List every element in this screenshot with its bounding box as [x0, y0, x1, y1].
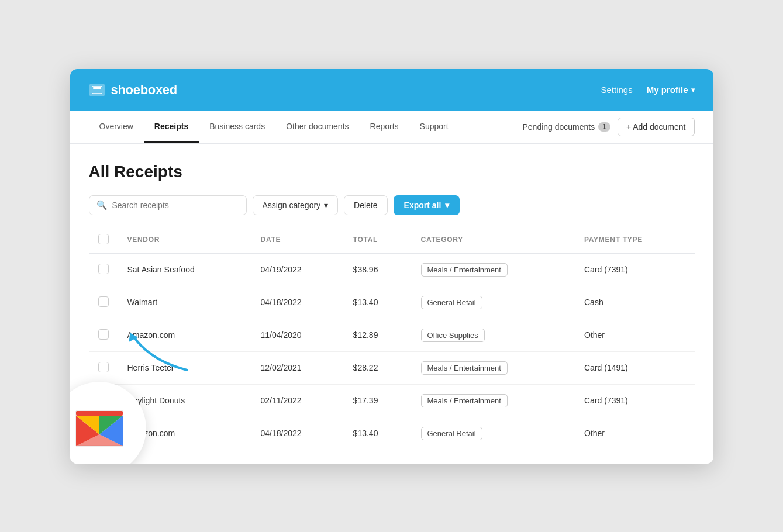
- profile-chevron-icon: ▾: [691, 86, 695, 94]
- payment-cell: Card (7391): [575, 384, 695, 417]
- date-header: DATE: [251, 227, 344, 254]
- assign-label: Assign category: [263, 201, 321, 210]
- row-checkbox[interactable]: [98, 296, 109, 307]
- category-cell: Meals / Entertainment: [412, 351, 575, 384]
- total-cell: $28.22: [344, 351, 412, 384]
- row-checkbox[interactable]: [98, 264, 109, 274]
- payment-cell: Card (1491): [575, 351, 695, 384]
- export-button[interactable]: Export all ▾: [394, 195, 460, 215]
- category-cell: General Retail: [412, 417, 575, 450]
- svg-rect-0: [92, 86, 102, 94]
- tab-receipts[interactable]: Receipts: [144, 111, 199, 143]
- profile-button[interactable]: My profile ▾: [647, 85, 695, 95]
- date-cell: 11/04/2020: [251, 319, 344, 351]
- nav-tabs: Overview Receipts Business cards Other d…: [89, 111, 459, 143]
- row-checkbox[interactable]: [98, 329, 109, 340]
- payment-cell: Cash: [575, 286, 695, 319]
- logo-text: shoeboxed: [111, 82, 177, 98]
- vendor-cell: Sat Asian Seafood: [118, 253, 251, 286]
- toolbar: 🔍 Assign category ▾ Delete Export all ▾: [89, 195, 695, 215]
- payment-type-header: PAYMENT TYPE: [575, 227, 695, 254]
- category-cell: General Retail: [412, 286, 575, 319]
- pending-count: 1: [598, 122, 610, 132]
- table-row: Herris Teeter 12/02/2021 $28.22 Meals / …: [89, 351, 695, 384]
- row-checkbox-cell: [89, 253, 118, 286]
- vendor-cell: Amazon.com: [118, 319, 251, 351]
- table-row: Amazon.com 11/04/2020 $12.89 Office Supp…: [89, 319, 695, 351]
- payment-cell: Card (7391): [575, 253, 695, 286]
- total-cell: $17.39: [344, 384, 412, 417]
- date-cell: 04/18/2022: [251, 417, 344, 450]
- assign-chevron-icon: ▾: [324, 201, 328, 210]
- receipts-table: VENDOR DATE TOTAL CATEGORY PAYMENT TYPE …: [89, 227, 695, 450]
- total-cell: $38.96: [344, 253, 412, 286]
- category-tag: Meals / Entertainment: [421, 263, 508, 277]
- category-tag: Meals / Entertainment: [421, 361, 508, 375]
- search-icon: 🔍: [96, 200, 108, 210]
- export-label: Export all: [404, 201, 441, 210]
- category-tag: Office Supplies: [421, 329, 485, 342]
- svg-rect-1: [93, 87, 101, 89]
- export-chevron-icon: ▾: [445, 201, 449, 210]
- tab-other-documents[interactable]: Other documents: [275, 111, 359, 143]
- total-cell: $13.40: [344, 286, 412, 319]
- row-checkbox[interactable]: [98, 362, 109, 372]
- date-cell: 12/02/2021: [251, 351, 344, 384]
- search-input[interactable]: [112, 201, 239, 210]
- logo-icon: [89, 84, 105, 96]
- delete-button[interactable]: Delete: [344, 195, 387, 215]
- category-tag: General Retail: [421, 427, 482, 440]
- table-row: Sat Asian Seafood 04/19/2022 $38.96 Meal…: [89, 253, 695, 286]
- secondary-nav: Overview Receipts Business cards Other d…: [70, 111, 713, 144]
- tab-overview[interactable]: Overview: [89, 111, 144, 143]
- add-document-button[interactable]: + Add document: [618, 118, 695, 136]
- category-header: CATEGORY: [412, 227, 575, 254]
- payment-cell: Other: [575, 319, 695, 351]
- total-cell: $13.40: [344, 417, 412, 450]
- table-body: Sat Asian Seafood 04/19/2022 $38.96 Meal…: [89, 253, 695, 450]
- nav-right-actions: Pending documents 1 + Add document: [522, 118, 694, 136]
- total-cell: $12.89: [344, 319, 412, 351]
- category-cell: Office Supplies: [412, 319, 575, 351]
- app-window: shoeboxed Settings My profile ▾ Overview…: [70, 69, 713, 464]
- svg-rect-4: [76, 411, 123, 416]
- category-cell: Meals / Entertainment: [412, 253, 575, 286]
- vendor-cell: Herris Teeter: [118, 351, 251, 384]
- select-all-header: [89, 227, 118, 254]
- category-tag: General Retail: [421, 296, 482, 309]
- topbar-right: Settings My profile ▾: [601, 85, 694, 95]
- vendor-cell: Walmart: [118, 286, 251, 319]
- pending-documents: Pending documents 1: [522, 122, 610, 132]
- assign-category-button[interactable]: Assign category ▾: [253, 195, 339, 215]
- row-checkbox-cell: [89, 286, 118, 319]
- topbar: shoeboxed Settings My profile ▾: [70, 69, 713, 111]
- payment-cell: Other: [575, 417, 695, 450]
- row-checkbox-cell: [89, 319, 118, 351]
- vendor-header: VENDOR: [118, 227, 251, 254]
- pending-label: Pending documents: [522, 122, 595, 132]
- table-row: Daylight Donuts 02/11/2022 $17.39 Meals …: [89, 384, 695, 417]
- row-checkbox-cell: [89, 351, 118, 384]
- total-header: TOTAL: [344, 227, 412, 254]
- table-row: Amazon.com 04/18/2022 $13.40 General Ret…: [89, 417, 695, 450]
- date-cell: 04/18/2022: [251, 286, 344, 319]
- settings-link[interactable]: Settings: [601, 85, 632, 95]
- logo: shoeboxed: [89, 82, 177, 98]
- category-cell: Meals / Entertainment: [412, 384, 575, 417]
- category-tag: Meals / Entertainment: [421, 394, 508, 407]
- gmail-icon: [73, 408, 126, 449]
- tab-reports[interactable]: Reports: [360, 111, 409, 143]
- search-container: 🔍: [89, 195, 247, 215]
- page-title: All Receipts: [89, 163, 695, 181]
- date-cell: 02/11/2022: [251, 384, 344, 417]
- profile-label: My profile: [647, 85, 688, 95]
- tab-support[interactable]: Support: [409, 111, 459, 143]
- select-all-checkbox[interactable]: [98, 234, 109, 244]
- table-row: Walmart 04/18/2022 $13.40 General Retail…: [89, 286, 695, 319]
- tab-business-cards[interactable]: Business cards: [199, 111, 275, 143]
- table-header-row: VENDOR DATE TOTAL CATEGORY PAYMENT TYPE: [89, 227, 695, 254]
- main-content: All Receipts 🔍 Assign category ▾ Delete …: [70, 144, 713, 464]
- date-cell: 04/19/2022: [251, 253, 344, 286]
